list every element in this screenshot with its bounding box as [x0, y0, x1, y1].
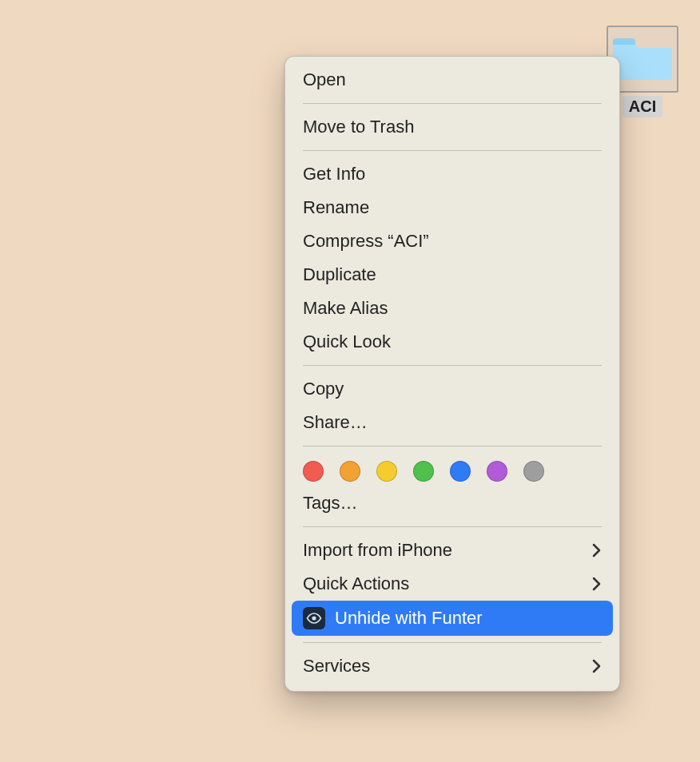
separator: [303, 526, 602, 527]
separator: [303, 446, 602, 446]
folder-label: ACI: [622, 96, 662, 117]
tag-red[interactable]: [303, 461, 324, 482]
menu-tags-label: Tags…: [303, 493, 357, 514]
tag-color-row: [285, 453, 619, 486]
chevron-right-icon: [592, 543, 602, 558]
menu-share[interactable]: Share…: [285, 406, 619, 439]
separator: [303, 150, 602, 151]
tag-orange[interactable]: [340, 461, 360, 482]
menu-move-to-trash-label: Move to Trash: [303, 117, 414, 137]
menu-compress[interactable]: Compress “ACI”: [285, 224, 619, 258]
menu-compress-label: Compress “ACI”: [303, 231, 429, 252]
menu-make-alias-label: Make Alias: [303, 298, 388, 319]
menu-open-label: Open: [303, 69, 346, 90]
tag-gray[interactable]: [523, 461, 544, 482]
svg-point-0: [312, 616, 316, 620]
menu-quick-actions-label: Quick Actions: [303, 573, 409, 594]
menu-quick-look[interactable]: Quick Look: [285, 325, 619, 359]
context-menu: Open Move to Trash Get Info Rename Compr…: [284, 56, 620, 692]
separator: [303, 642, 602, 643]
chevron-right-icon: [592, 659, 602, 673]
menu-import-from-iphone[interactable]: Import from iPhone: [285, 534, 619, 567]
menu-unhide-with-funter[interactable]: Unhide with Funter: [292, 601, 613, 636]
menu-rename-label: Rename: [303, 197, 369, 218]
menu-duplicate-label: Duplicate: [303, 264, 376, 285]
eye-icon: [303, 607, 325, 629]
chevron-right-icon: [592, 577, 602, 591]
menu-quick-look-label: Quick Look: [303, 331, 391, 352]
menu-get-info-label: Get Info: [303, 164, 365, 185]
menu-tags[interactable]: Tags…: [285, 486, 619, 520]
separator: [303, 365, 602, 366]
tag-green[interactable]: [413, 461, 434, 482]
menu-open[interactable]: Open: [285, 63, 619, 97]
menu-duplicate[interactable]: Duplicate: [285, 258, 619, 292]
tag-purple[interactable]: [487, 461, 507, 482]
menu-import-from-iphone-label: Import from iPhone: [303, 540, 452, 561]
separator: [303, 103, 602, 104]
menu-copy-label: Copy: [303, 379, 344, 399]
menu-make-alias[interactable]: Make Alias: [285, 292, 619, 325]
menu-share-label: Share…: [303, 412, 368, 433]
menu-quick-actions[interactable]: Quick Actions: [285, 567, 619, 601]
tag-yellow[interactable]: [376, 461, 397, 482]
menu-rename[interactable]: Rename: [285, 191, 619, 224]
menu-get-info[interactable]: Get Info: [285, 157, 619, 191]
menu-services-label: Services: [303, 656, 370, 677]
menu-move-to-trash[interactable]: Move to Trash: [285, 110, 619, 144]
menu-services[interactable]: Services: [285, 649, 619, 683]
menu-unhide-with-funter-label: Unhide with Funter: [335, 608, 483, 629]
menu-copy[interactable]: Copy: [285, 372, 619, 406]
tag-blue[interactable]: [450, 461, 471, 482]
